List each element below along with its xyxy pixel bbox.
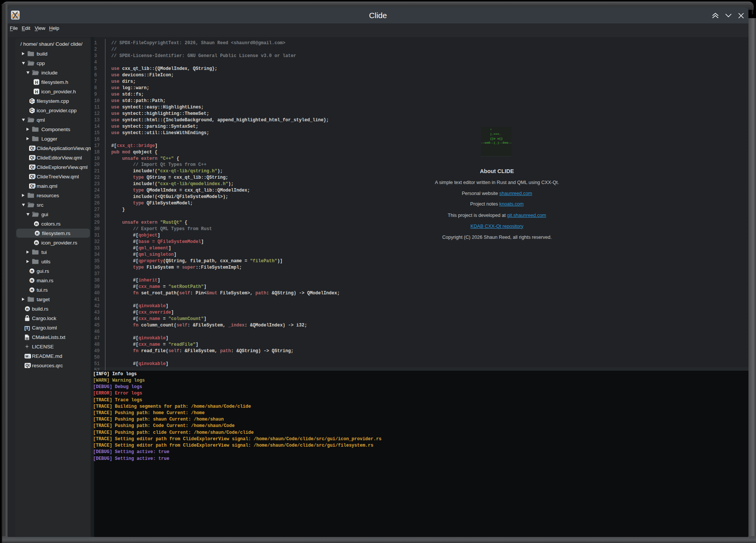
- svg-text:R: R: [31, 288, 33, 292]
- svg-text:R: R: [36, 231, 39, 235]
- svg-text:R: R: [35, 241, 38, 245]
- svg-text:R: R: [35, 222, 38, 226]
- svg-text:R: R: [31, 269, 33, 273]
- svg-text:R: R: [31, 278, 33, 283]
- svg-text:R: R: [26, 307, 28, 311]
